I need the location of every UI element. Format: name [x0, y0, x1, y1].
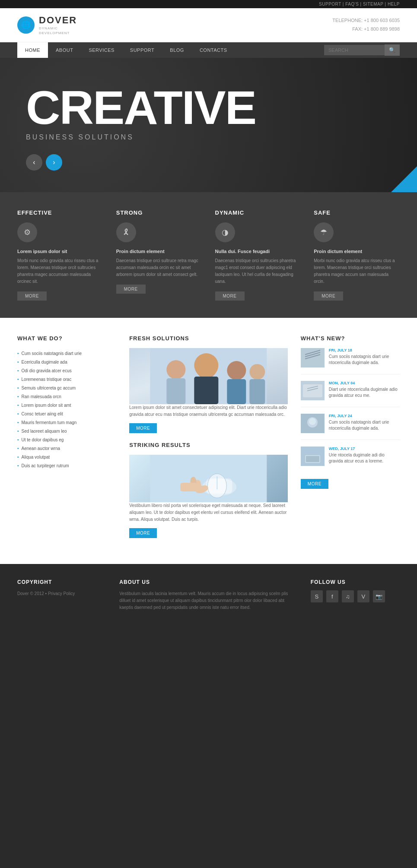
list-item: Sed laoreet aliquam leo — [17, 427, 116, 436]
feature-text-strong: Daecenas tristique orci sultruce retra m… — [116, 257, 202, 278]
more-button-effective[interactable]: MORE — [17, 291, 47, 301]
news-date-1: FRI, JULY 18 — [329, 348, 400, 352]
search-input[interactable] — [324, 45, 385, 55]
list-item: Ut te dolor dapibus eg — [17, 436, 116, 444]
news-thumb-3 — [301, 414, 325, 433]
nav-item-contacts[interactable]: CONTACTS — [192, 42, 235, 58]
feature-heading-dynamic: Nulla dui. Fusce feugadi — [215, 249, 301, 254]
feature-heading-safe: Proin dictum element — [314, 249, 400, 254]
people-illustration — [129, 348, 288, 404]
svg-point-30 — [309, 418, 316, 425]
news-image-4 — [301, 447, 325, 466]
nav-item-home[interactable]: HOME — [17, 42, 48, 58]
striking-results-section: STRIKING RESULTS Vestibulum li — [129, 442, 288, 547]
news-text-4: Urie ntocela dugimale adi dio gravida at… — [329, 452, 400, 464]
features-section: EFFECTIVE ⚙ Lorem ipsum dolor sit Morbi … — [0, 192, 417, 318]
news-content-4: WED, JULY 17 Urie ntocela dugimale adi d… — [329, 447, 400, 466]
footer-copyright: COPYRIGHT Dover © 2012 • Privacy Policy — [17, 579, 106, 611]
social-icons: S f ♫ V 📷 — [311, 590, 400, 602]
list-item: Duis ac turpiteger rutrum — [17, 462, 116, 470]
list-item: Semuis ultricereta gc accum — [17, 384, 116, 393]
social-icon-music[interactable]: ♫ — [342, 590, 354, 602]
utility-link[interactable]: FAQ'S — [345, 2, 359, 6]
footer-follow-title: FOLLOW US — [311, 579, 400, 585]
list-item: Ecericulla dugimale ada — [17, 358, 116, 367]
news-thumb-2 — [301, 381, 325, 400]
svg-point-5 — [227, 361, 246, 380]
more-button-safe[interactable]: MORE — [314, 291, 343, 301]
logo-text: DOVER — [39, 15, 77, 26]
nav-item-about[interactable]: ABOUT — [48, 42, 81, 58]
hero-prev-button[interactable]: ‹ — [26, 154, 42, 171]
striking-results-image — [129, 455, 288, 502]
more-button-dynamic[interactable]: MORE — [215, 291, 245, 301]
fresh-solutions-section: FRESH SOLUTIONS — [129, 335, 288, 442]
news-thumb-4 — [301, 447, 325, 466]
news-thumb-1 — [301, 348, 325, 367]
list-item: Aenean auctor wrna — [17, 444, 116, 453]
logo-area: 🌐 DOVER DYNAMIC DEVELOPMENT — [17, 15, 77, 35]
search-button[interactable]: 🔍 — [385, 44, 400, 56]
tel-value: +1 800 603 6035 — [364, 18, 400, 23]
list-item: Cum sociis natotagnis diart urie — [17, 349, 116, 358]
footer: COPYRIGHT Dover © 2012 • Privacy Policy … — [0, 564, 417, 626]
hero-next-button[interactable]: › — [46, 154, 62, 171]
svg-point-1 — [166, 360, 185, 379]
nav-item-support[interactable]: SUPPORT — [122, 42, 162, 58]
hero-corner-decoration — [391, 166, 417, 192]
svg-point-9 — [194, 353, 218, 377]
logo-sub: DYNAMIC DEVELOPMENT — [39, 26, 77, 35]
news-date-2: MON, JULY 04 — [329, 381, 400, 385]
social-icon-skype[interactable]: S — [311, 590, 323, 602]
feature-heading-strong: Proin dictum element — [116, 249, 202, 254]
utility-link[interactable]: SUPPORT — [319, 2, 341, 6]
feature-text-safe: Morbi nunc odio gravida atcu risseu ctus… — [314, 257, 400, 285]
feature-text-effective: Morbi nunc odio gravida atcu risseu ctus… — [17, 257, 103, 285]
nav-item-services[interactable]: SERVICES — [81, 42, 122, 58]
svg-rect-2 — [166, 378, 185, 404]
feature-title-safe: SAFE — [314, 209, 400, 216]
contact-info: TELEPHONE: +1 800 603 6035 FAX: +1 800 8… — [332, 16, 400, 34]
list-item: Ran malesuada orcn — [17, 393, 116, 401]
striking-results-text: Vestibulum libero nisl porta vel sceleri… — [129, 502, 288, 523]
news-content-3: FRI, JULY 24 Cum sociis natotagnis diart… — [329, 414, 400, 433]
svg-rect-20 — [301, 348, 325, 367]
nav-item-blog[interactable]: BLOG — [162, 42, 192, 58]
fresh-solutions-more-button[interactable]: MORE — [129, 423, 157, 433]
footer-copyright-title: COPYRIGHT — [17, 579, 106, 585]
what-we-do-section: WHAT WE DO? Cum sociis natotagnis diart … — [17, 335, 116, 547]
svg-rect-11 — [150, 455, 267, 502]
list-item: Odi dio gravida atcer ecus — [17, 367, 116, 375]
footer-about-title: ABOUT US — [119, 579, 298, 585]
svg-rect-19 — [180, 483, 197, 491]
striking-results-more-button[interactable]: MORE — [129, 528, 157, 538]
footer-about-text: Vestibulum iaculis lacinia lementum velt… — [119, 590, 298, 611]
utility-bar: SUPPORT | FAQ'S | SITEMAP | HELP — [0, 0, 417, 8]
news-image-3 — [301, 414, 325, 433]
main-content: WHAT WE DO? Cum sociis natotagnis diart … — [0, 318, 417, 564]
list-item: Aliqua volutpat — [17, 453, 116, 462]
news-image-1 — [301, 348, 325, 367]
social-icon-facebook[interactable]: f — [326, 590, 338, 602]
svg-rect-33 — [306, 456, 319, 462]
footer-about: ABOUT US Vestibulum iaculis lacinia leme… — [119, 579, 298, 611]
feature-title-dynamic: DYNAMIC — [215, 209, 301, 216]
svg-rect-10 — [194, 377, 218, 404]
feature-text-dynamic: Daecenas tristique orci sultrucies phare… — [215, 257, 301, 285]
fresh-solutions-text: Lorem ipsum dolor sit amet consectetuer … — [129, 404, 288, 418]
feature-title-effective: EFFECTIVE — [17, 209, 103, 216]
utility-link[interactable]: SITEMAP — [363, 2, 383, 6]
nav-search[interactable]: 🔍 — [324, 44, 400, 56]
social-icon-camera[interactable]: 📷 — [373, 590, 385, 602]
news-date-3: FRI, JULY 24 — [329, 414, 400, 418]
whats-new-section: WHAT'S NEW? FRI, JULY 18 Cum sociis nato… — [301, 335, 400, 547]
utility-link[interactable]: HELP — [388, 2, 400, 6]
whats-new-more-button[interactable]: MORE — [301, 479, 328, 489]
what-we-do-title: WHAT WE DO? — [17, 335, 116, 342]
nav: HOME ABOUT SERVICES SUPPORT BLOG CONTACT… — [0, 42, 417, 58]
feature-icon-dynamic: ◑ — [215, 222, 235, 242]
feature-heading-effective: Lorem ipsum dolor sit — [17, 249, 103, 254]
hero-title: CREATIVE — [26, 84, 391, 131]
social-icon-vimeo[interactable]: V — [357, 590, 369, 602]
more-button-strong[interactable]: MORE — [116, 285, 146, 294]
